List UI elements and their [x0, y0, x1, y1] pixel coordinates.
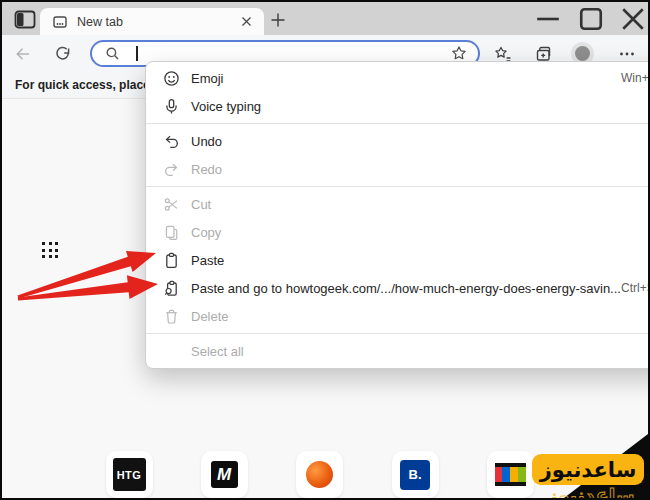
maximize-button[interactable]: [578, 6, 604, 32]
emoji-icon: [163, 70, 180, 87]
menu-item-label: Redo: [191, 162, 222, 177]
redo-icon: [163, 161, 180, 178]
add-favorite-star-icon[interactable]: [451, 45, 467, 61]
menu-item-copy: Copy: [146, 218, 650, 246]
booking-icon: B.: [392, 451, 439, 498]
shortcut-tile-msn[interactable]: M MSN: [178, 451, 270, 500]
menu-item-label: Undo: [191, 134, 222, 149]
menu-item-label: Select all: [191, 344, 244, 359]
undo-icon: [163, 133, 180, 150]
menu-separator: [146, 123, 650, 124]
menu-item-delete: Delete: [146, 302, 650, 330]
menu-item-label: Paste and go to howtogeek.com/.../how-mu…: [191, 281, 621, 296]
htg-icon: HTG: [106, 451, 153, 498]
menu-item-paste[interactable]: Paste: [146, 246, 650, 274]
menu-shortcut: Win+Period: [621, 71, 650, 85]
new-tab-favicon-icon: [52, 14, 68, 30]
tab-strip: New tab: [2, 2, 648, 35]
menu-item-undo[interactable]: Undo: [146, 127, 650, 155]
tab-close-icon[interactable]: [239, 14, 254, 29]
menu-separator: [146, 186, 650, 187]
grid-dots-icon[interactable]: [42, 242, 60, 260]
menu-item-label: Paste: [191, 253, 224, 268]
menu-item-label: Copy: [191, 225, 221, 240]
tab-new-tab[interactable]: New tab: [40, 8, 264, 35]
menu-item-label: Emoji: [191, 71, 224, 86]
shortcut-tile-how[interactable]: HTG How: [83, 451, 175, 500]
back-icon[interactable]: [14, 45, 32, 63]
shortcut-tile-office[interactable]: Office: [273, 451, 365, 500]
menu-item-voice-typing[interactable]: Voice typing: [146, 92, 650, 120]
new-tab-button[interactable]: [269, 11, 287, 29]
menu-item-paste-and-go[interactable]: Paste and go to howtogeek.com/.../how-mu…: [146, 274, 650, 302]
watermark-badge: ساعدنیوز: [532, 454, 644, 485]
watermark-ghost-text: ساعدنیوز: [547, 484, 635, 500]
msn-icon: M: [201, 451, 248, 498]
tab-title: New tab: [77, 15, 123, 29]
menu-item-cut: Cut: [146, 190, 650, 218]
menu-separator: [146, 333, 650, 334]
menu-shortcut: Ctrl+Shift+L: [621, 281, 650, 295]
clipboard-icon: [163, 252, 180, 269]
menu-item-label: Cut: [191, 197, 211, 212]
office-icon: [296, 451, 343, 498]
microphone-icon: [163, 98, 180, 115]
text-cursor: [136, 46, 138, 61]
menu-item-label: Delete: [191, 309, 229, 324]
ebay-icon: [487, 451, 534, 498]
minimize-button[interactable]: [535, 6, 561, 32]
shortcut-tile-booking[interactable]: B. Booking.com: [369, 451, 461, 500]
clipboard-search-icon: [163, 280, 180, 297]
search-icon: [105, 46, 120, 61]
menu-item-label: Voice typing: [191, 99, 261, 114]
menu-item-emoji[interactable]: Emoji Win+Period: [146, 64, 650, 92]
browser-window: New tab: [0, 0, 650, 500]
refresh-icon[interactable]: [54, 45, 72, 63]
trash-icon: [163, 308, 180, 325]
menu-item-select-all: Select all: [146, 337, 650, 365]
copy-icon: [163, 224, 180, 241]
address-bar-context-menu: Emoji Win+Period Voice typing Undo Redo: [145, 61, 650, 369]
tab-actions-menu-icon[interactable]: [14, 10, 36, 29]
close-button[interactable]: [620, 6, 646, 32]
menu-item-redo: Redo: [146, 155, 650, 183]
scissors-icon: [163, 196, 180, 213]
